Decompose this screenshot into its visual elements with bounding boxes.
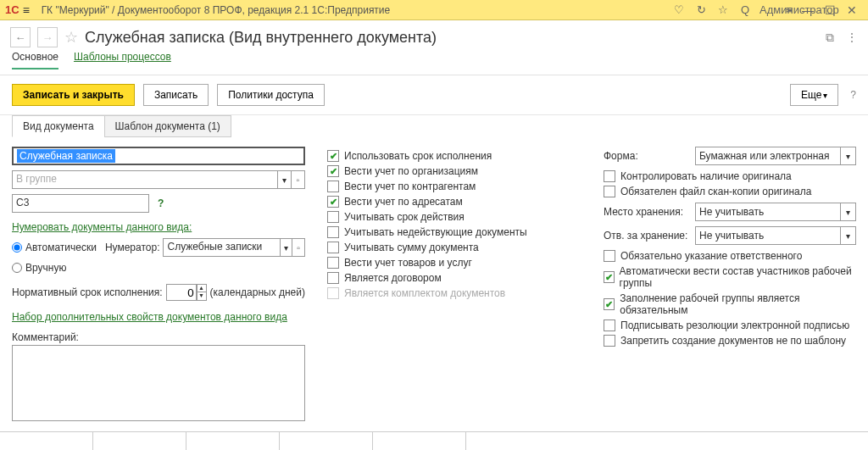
comment-textarea[interactable] xyxy=(12,345,305,421)
check-row: Запретить создание документов не по шабл… xyxy=(604,335,856,347)
checkbox[interactable] xyxy=(327,242,339,253)
checkbox[interactable] xyxy=(604,250,615,262)
check-row: Автоматически вести состав участников ра… xyxy=(604,265,856,289)
storage-value: Не учитывать xyxy=(699,206,764,218)
group-open-button[interactable]: ▫ xyxy=(292,170,305,189)
spinner-up-button[interactable]: ▲ xyxy=(197,284,207,292)
norm-term-unit: (календарных дней) xyxy=(210,286,305,298)
save-button[interactable]: Записать xyxy=(143,84,209,106)
extra-props-link[interactable]: Набор дополнительных свойств документов … xyxy=(12,311,305,323)
check-row: Вести учет по контрагентам xyxy=(327,181,581,192)
status-cell xyxy=(373,432,466,450)
help-index-icon[interactable]: ? xyxy=(158,197,164,209)
header: ← → ☆ Служебная записка (Вид внутреннего… xyxy=(0,20,868,51)
search-icon[interactable]: Q xyxy=(737,3,753,16)
numerator-open-button[interactable]: ▫ xyxy=(292,238,305,257)
check-row: Вести учет по адресатам xyxy=(327,196,581,208)
checkbox[interactable] xyxy=(327,165,339,177)
check-row: Обязательно указание ответственного xyxy=(604,250,856,262)
storage-select[interactable]: Не учитывать ▾ xyxy=(695,203,856,221)
link-icon[interactable]: ⧉ xyxy=(826,31,834,45)
numbering-title: Нумеровать документы данного вида: xyxy=(12,221,305,233)
hamburger-icon[interactable]: ≡ xyxy=(23,3,36,17)
checkbox xyxy=(327,287,339,299)
subnav: Основное Шаблоны процессов xyxy=(0,51,868,75)
save-close-button[interactable]: Записать и закрыть xyxy=(12,84,135,106)
group-dropdown-button[interactable]: ▾ xyxy=(277,170,291,189)
norm-term-spinner[interactable]: ▲ ▼ xyxy=(166,284,207,301)
numerator-input[interactable]: Служебные записки xyxy=(163,238,280,257)
kebab-icon[interactable]: ⋮ xyxy=(846,31,858,44)
check-row: Учитывать сумму документа xyxy=(327,242,581,253)
storage-label: Место хранения: xyxy=(604,206,690,218)
bell-icon[interactable]: ♡ xyxy=(671,3,687,16)
check-row: Вести учет по организациям xyxy=(327,165,581,177)
checkbox-label: Вести учет по адресатам xyxy=(344,196,463,208)
checkbox-label: Вести учет по контрагентам xyxy=(344,181,476,192)
access-policies-button[interactable]: Политики доступа xyxy=(217,84,325,106)
form-select[interactable]: Бумажная или электронная ▾ xyxy=(695,147,856,165)
checkbox[interactable] xyxy=(327,181,339,192)
chevron-down-icon[interactable]: ▾ xyxy=(840,147,855,164)
checkbox[interactable] xyxy=(604,335,615,347)
resp-select[interactable]: Не учитывать ▾ xyxy=(695,226,856,245)
toolbar: Записать и закрыть Записать Политики дос… xyxy=(0,75,868,115)
maximize-button[interactable]: ☐ xyxy=(819,3,841,17)
star-icon[interactable]: ☆ xyxy=(715,3,731,16)
group-input[interactable]: В группе xyxy=(12,170,277,189)
subnav-main[interactable]: Основное xyxy=(12,51,58,69)
check-row: Вести учет товаров и услуг xyxy=(327,257,581,269)
checkbox[interactable] xyxy=(604,170,615,182)
checkbox[interactable] xyxy=(604,271,615,283)
help-icon[interactable]: ? xyxy=(850,89,856,101)
checkbox-label: Контролировать наличие оригинала xyxy=(620,170,792,182)
history-icon[interactable]: ↻ xyxy=(693,3,709,16)
close-button[interactable]: ✕ xyxy=(841,3,863,17)
checkbox[interactable] xyxy=(327,211,339,223)
nav-forward-button[interactable]: → xyxy=(37,27,58,47)
checkbox-label: Обязательно указание ответственного xyxy=(620,250,802,262)
more-button[interactable]: Еще▾ xyxy=(790,84,838,106)
check-row: Обязателен файл скан-копии оригинала xyxy=(604,186,856,197)
checkbox[interactable] xyxy=(604,319,615,331)
checkbox[interactable] xyxy=(327,196,339,208)
checkbox[interactable] xyxy=(327,257,339,269)
spinner-down-button[interactable]: ▼ xyxy=(197,292,207,301)
check-row: Является договором xyxy=(327,272,581,284)
status-cell xyxy=(186,432,280,450)
menu-icon[interactable]: ≡ xyxy=(782,3,797,16)
check-row: Контролировать наличие оригинала xyxy=(604,170,856,182)
numbering-auto-radio[interactable] xyxy=(12,242,22,253)
checkbox[interactable] xyxy=(327,150,339,162)
form-value: Бумажная или электронная xyxy=(699,150,830,162)
tabs: Вид документа Шаблон документа (1) xyxy=(0,114,868,136)
checkbox[interactable] xyxy=(604,298,615,310)
norm-term-input[interactable] xyxy=(166,284,197,301)
checkbox-label: Обязателен файл скан-копии оригинала xyxy=(620,186,811,197)
chevron-down-icon[interactable]: ▾ xyxy=(840,227,855,244)
favorite-icon[interactable]: ☆ xyxy=(64,28,78,47)
check-row: Заполнение рабочей группы является обяза… xyxy=(604,292,856,316)
checkbox[interactable] xyxy=(604,186,615,197)
status-bar xyxy=(0,431,868,450)
checkbox-label: Заполнение рабочей группы является обяза… xyxy=(620,292,856,316)
subnav-process-templates[interactable]: Шаблоны процессов xyxy=(74,51,171,69)
name-input[interactable]: Служебная записка xyxy=(12,147,305,165)
checkbox[interactable] xyxy=(327,272,339,284)
check-row: Учитывать недействующие документы xyxy=(327,226,581,238)
tab-doc-type[interactable]: Вид документа xyxy=(12,115,105,137)
numerator-dropdown-button[interactable]: ▾ xyxy=(280,238,292,257)
content: Служебная записка В группе ▾ ▫ С3 ? Нуме… xyxy=(0,136,868,434)
minimize-button[interactable]: — xyxy=(797,3,819,17)
form-label: Форма: xyxy=(604,150,690,162)
index-input[interactable]: С3 xyxy=(12,194,149,213)
chevron-down-icon: ▾ xyxy=(823,91,827,100)
checkbox[interactable] xyxy=(327,226,339,238)
chevron-down-icon[interactable]: ▾ xyxy=(840,203,855,220)
norm-term-label: Нормативный срок исполнения: xyxy=(12,286,163,298)
user-name[interactable]: Администратор xyxy=(760,3,775,16)
tab-doc-template[interactable]: Шаблон документа (1) xyxy=(104,115,231,137)
page-title: Служебная записка (Вид внутреннего докум… xyxy=(85,29,814,47)
numbering-manual-radio[interactable] xyxy=(12,263,22,273)
nav-back-button[interactable]: ← xyxy=(10,27,31,47)
